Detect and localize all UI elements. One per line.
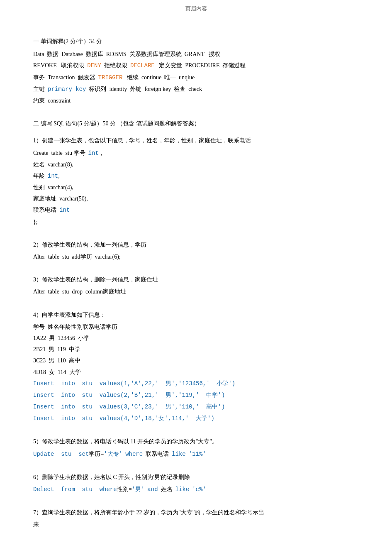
question-5: 5）修改学生表的数据，将电话号码以 11 开头的学员的学历改为"大专"。 Upd… (33, 436, 359, 459)
vocab-line-4: 主键 primary key 标识列 identity 外键 foreign k… (33, 84, 359, 95)
q4-code-1: Insert into stu values(1,'A',22,' 男','12… (33, 378, 359, 389)
q1-code-3: 年龄 int, (33, 171, 359, 181)
question-4: 4）向学生表添加如下信息： 学号 姓名年龄性别联系电话学历 1A22 男 123… (33, 310, 359, 424)
q6-title: 6）删除学生表的数据，姓名以 C 开头，性别为'男'的记录删除 (33, 472, 359, 482)
question-3: 3）修改学生表的结构，删除一列信息，家庭住址 Alter table stu d… (33, 274, 359, 297)
q4-row-1: 1A22 男 123456 小学 (33, 333, 359, 343)
q5-title: 5）修改学生表的数据，将电话号码以 11 开头的学员的学历改为"大专"。 (33, 436, 359, 447)
q1-code-4: 性别 varchar(4), (33, 182, 359, 193)
q3-code-1: Alter table stu drop column家庭地址 (33, 286, 359, 297)
q1-code-7: }; (33, 217, 359, 227)
q4-code-4: Insert into stu values(4,'D',18,'女',114,… (33, 413, 359, 424)
q4-row-2: 2B21 男 119 中学 (33, 344, 359, 355)
q4-code-2: Insert into stu values(2,'B',21,' 男','11… (33, 390, 359, 401)
q2-code-1: Alter table stu add学历 varchar(6); (33, 252, 359, 262)
vocab-line-3: 事务 Transaction 触发器 TRIGGER 继续 continue 唯… (33, 72, 359, 83)
vocab-line-5: 约束 constraint (33, 95, 359, 106)
keyword-trigger: TRIGGER (98, 74, 123, 81)
vocab-line-1: Data 数据 Database 数据库 RDBMS 关系数据库管理系统 GRA… (33, 49, 359, 59)
q7-title: 7）查询学生表的数据，将所有年龄小于 22 岁的，学历为"大专"的，学生的姓名和… (33, 507, 359, 518)
q1-code-6: 联系电话 int (33, 205, 359, 215)
q1-code-5: 家庭地址 varchar(50), (33, 193, 359, 204)
q1-title: 1）创建一张学生表，包含以下信息，学号，姓名，年龄，性别，家庭住址，联系电话 (33, 135, 359, 146)
q4-title: 4）向学生表添加如下信息： (33, 310, 359, 320)
q6-code-1: Delect from stu where性别='男' and 姓名 like … (33, 484, 359, 495)
section1-title: 一 单词解释(2 分/个）34 分 (33, 36, 359, 46)
question-2: 2）修改学生表的结构，添加一列信息，学历 Alter table stu add… (33, 240, 359, 262)
q1-code-1: Create table stu 学号 int， (33, 148, 359, 159)
q4-table-header: 学号 姓名年龄性别联系电话学历 (33, 322, 359, 332)
q4-row-4: 4D18 女 114 大学 (33, 367, 359, 377)
header-text: 页眉内容 (185, 5, 207, 12)
question-1: 1）创建一张学生表，包含以下信息，学号，姓名，年龄，性别，家庭住址，联系电话 C… (33, 135, 359, 227)
keyword-primary-key: primary key (48, 86, 86, 93)
page: 页眉内容 一 单词解释(2 分/个）34 分 Data 数据 Database … (0, 0, 392, 555)
q2-title: 2）修改学生表的结构，添加一列信息，学历 (33, 240, 359, 250)
q7-title-cont: 来 (33, 519, 359, 530)
q4-code-3: Insert into stu values(3,'C',23,' 男','11… (33, 401, 359, 412)
question-7: 7）查询学生表的数据，将所有年龄小于 22 岁的，学历为"大专"的，学生的姓名和… (33, 507, 359, 530)
q1-code-2: 姓名 varchar(8), (33, 159, 359, 170)
int-keyword: int (88, 150, 99, 156)
keyword-declare: DECLARE (130, 62, 155, 69)
page-header: 页眉内容 (0, 0, 392, 16)
question-6: 6）删除学生表的数据，姓名以 C 开头，性别为'男'的记录删除 Delect f… (33, 472, 359, 495)
q3-title: 3）修改学生表的结构，删除一列信息，家庭住址 (33, 274, 359, 285)
keyword-deny: DENY (87, 62, 101, 69)
main-content: 一 单词解释(2 分/个）34 分 Data 数据 Database 数据库 R… (0, 16, 392, 555)
vocab-line-2: REVOKE 取消权限 DENY 拒绝权限 DECLARE 定义变量 PROCE… (33, 60, 359, 71)
q4-row-3: 3C23 男 110 高中 (33, 355, 359, 366)
section2-title: 二 编写 SQL 语句(5 分/题）50 分 （包含 笔试题问题和解答答案） (33, 118, 359, 129)
q5-code-1: Update stu set学历='大专' where 联系电话 like '1… (33, 449, 359, 460)
